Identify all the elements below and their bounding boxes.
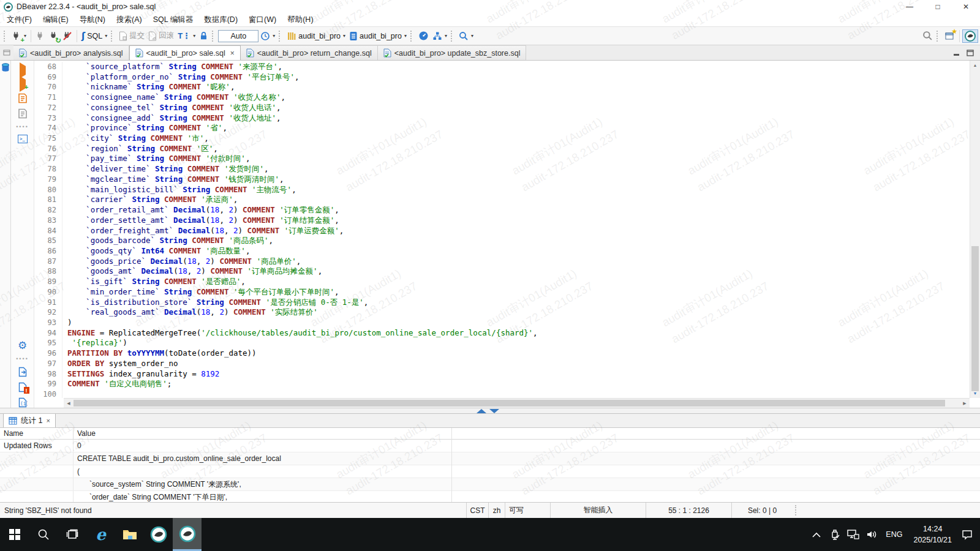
maximize-view-icon[interactable] xyxy=(967,50,974,56)
status-caret-position[interactable]: 55 : 1 : 2126 xyxy=(646,503,731,518)
code-line-76[interactable]: 76 `region` String COMMENT '区', xyxy=(34,144,970,154)
network-tray-icon[interactable] xyxy=(845,530,861,539)
code-line-85[interactable]: 85 `goods_barcode` String COMMENT '商品条码'… xyxy=(34,236,970,246)
code-line-83[interactable]: 83 `order_settle_amt` Decimal(18, 2) COM… xyxy=(34,216,970,226)
volume-tray-icon[interactable] xyxy=(864,530,880,539)
code-line-99[interactable]: 99COMMENT '自定义电商销售'; xyxy=(34,379,970,389)
dbeaver-taskbar-icon[interactable] xyxy=(144,518,173,551)
close-icon[interactable]: × xyxy=(46,417,50,424)
dbeaver-taskbar-icon-active[interactable] xyxy=(173,518,202,551)
menu-item-2[interactable]: 导航(N) xyxy=(74,13,111,26)
scroll-down-icon[interactable]: ▼ xyxy=(970,389,980,398)
code-line-81[interactable]: 81 `carrier` String COMMENT '承运商', xyxy=(34,195,970,205)
result-row-0[interactable]: Updated Rows0 xyxy=(0,440,980,452)
code-line-79[interactable]: 79 `mgclear_time` String COMMENT '钱货两清时间… xyxy=(34,174,970,185)
scroll-right-icon[interactable]: ▶ xyxy=(960,399,970,408)
notification-center-icon[interactable] xyxy=(959,530,975,540)
schema-selector[interactable]: audit_bi_pro ▾ xyxy=(347,29,409,43)
editor-tab-0[interactable]: <audit_bi_pro> analysis.sql xyxy=(13,45,129,60)
database-navigator-icon[interactable] xyxy=(1,63,10,72)
lock-button[interactable] xyxy=(197,29,210,43)
file-braces-button[interactable]: (i) xyxy=(18,397,28,408)
code-line-78[interactable]: 78 `deliver_time` String COMMENT '发货时间', xyxy=(34,164,970,174)
code-line-92[interactable]: 92 `real_goods_amt` Decimal(18, 2) COMME… xyxy=(34,307,970,318)
open-console-button[interactable]: >_ xyxy=(18,135,28,143)
result-row-3[interactable]: `source_system` String COMMENT '来源系统', xyxy=(0,478,980,491)
horizontal-scrollbar[interactable]: ◀ ▶ xyxy=(64,398,970,408)
result-row-2[interactable]: ( xyxy=(0,465,980,478)
code-line-96[interactable]: 96PARTITION BY toYYYYMM(toDate(order_dat… xyxy=(34,348,970,359)
menu-item-1[interactable]: 编辑(E) xyxy=(37,13,74,26)
execute-script-button[interactable] xyxy=(18,93,28,103)
tab-statistics[interactable]: 统计 1 × xyxy=(3,414,56,427)
code-line-77[interactable]: 77 `pay_time` String COMMENT '付款时间', xyxy=(34,154,970,164)
close-icon[interactable]: × xyxy=(230,49,235,58)
task-view-icon[interactable] xyxy=(58,518,86,551)
taskbar-search-icon[interactable] xyxy=(29,518,58,551)
commit-mode-combo[interactable]: Auto xyxy=(218,30,258,42)
transaction-log-button[interactable]: ▾ xyxy=(258,29,277,43)
minimize-view-icon[interactable] xyxy=(953,50,960,56)
script-stats-button[interactable] xyxy=(18,108,28,119)
disconnect-button[interactable] xyxy=(61,29,74,43)
menu-item-0[interactable]: 文件(F) xyxy=(1,13,37,26)
menu-item-7[interactable]: 帮助(H) xyxy=(282,13,318,26)
connection-selector[interactable]: audit_bi_pro ▾ xyxy=(285,29,347,43)
code-line-73[interactable]: 73 `consignee_add` String COMMENT '收货人地址… xyxy=(34,113,970,124)
code-area[interactable]: 68 `source_platform` String COMMENT '来源平… xyxy=(34,61,980,398)
dbeaver-perspective-button[interactable] xyxy=(962,29,978,43)
result-row-1[interactable]: CREATE TABLE audit_bi_pro.custom_online_… xyxy=(0,452,980,465)
dashboard-button[interactable] xyxy=(417,29,431,43)
code-line-71[interactable]: 71 `consignee_name` String COMMENT '收货人名… xyxy=(34,92,970,103)
restore-navigator-icon[interactable] xyxy=(0,45,13,60)
code-line-75[interactable]: 75 `city` String COMMENT '市', xyxy=(34,133,970,144)
code-line-89[interactable]: 89 `is_gift` String COMMENT '是否赠品', xyxy=(34,277,970,287)
code-line-95[interactable]: 95 '{replica}') xyxy=(34,338,970,348)
reconnect-button[interactable]: ↻ xyxy=(47,29,61,43)
code-line-84[interactable]: 84 `order_freight_amt` Decimal(18, 2) CO… xyxy=(34,226,970,236)
internet-explorer-icon[interactable]: e xyxy=(86,518,115,551)
transaction-mode-button[interactable]: T⋮ ▾ xyxy=(176,29,197,43)
execute-statement-button[interactable] xyxy=(20,66,26,75)
close-window-button[interactable]: ✕ xyxy=(952,0,980,13)
code-line-88[interactable]: 88 `goods_amt` Decimal(18, 2) COMMENT '订… xyxy=(34,266,970,277)
topology-button[interactable]: ▾ xyxy=(431,29,449,43)
editor-tab-1[interactable]: <audit_bi_pro> sale.sql× xyxy=(129,45,241,60)
editor-tab-2[interactable]: <audit_bi_pro> return_change.sql xyxy=(241,45,378,60)
code-line-91[interactable]: 91 `is_distribution_store` String COMMEN… xyxy=(34,298,970,308)
code-line-72[interactable]: 72 `consignee_tel` String COMMENT '收货人电话… xyxy=(34,103,970,113)
menu-item-5[interactable]: 数据库(D) xyxy=(198,13,243,26)
maximize-window-button[interactable]: □ xyxy=(924,0,952,13)
code-line-94[interactable]: 94ENGINE = ReplicatedMergeTree('/clickho… xyxy=(34,328,970,339)
code-line-68[interactable]: 68 `source_platform` String COMMENT '来源平… xyxy=(34,62,970,72)
connect-button[interactable] xyxy=(34,29,47,43)
code-line-90[interactable]: 90 `min_order_time` String COMMENT '每个平台… xyxy=(34,287,970,298)
menu-item-6[interactable]: 窗口(W) xyxy=(243,13,282,26)
sql-editor-button[interactable]: ʃ SQL ▾ xyxy=(80,29,109,43)
result-row-4[interactable]: `order_date` String COMMENT '下单日期', xyxy=(0,491,980,502)
code-line-74[interactable]: 74 `province` String COMMENT '省', xyxy=(34,123,970,133)
start-button[interactable] xyxy=(0,518,29,551)
code-line-70[interactable]: 70 `nickname` String COMMENT '昵称', xyxy=(34,82,970,92)
splitter-collapse-down-icon[interactable] xyxy=(489,409,499,413)
code-line-80[interactable]: 80 `main_logistic_bill` String COMMENT '… xyxy=(34,185,970,195)
scroll-up-icon[interactable]: ▲ xyxy=(970,61,980,70)
editor-tab-3[interactable]: <audit_bi_pro> update_sbz_store.sql xyxy=(378,45,527,60)
rollback-button[interactable]: 回滚 xyxy=(146,29,176,43)
code-line-100[interactable]: 100 xyxy=(34,389,970,398)
horizontal-scroll-thumb[interactable] xyxy=(74,400,945,407)
panel-splitter[interactable] xyxy=(0,408,980,414)
menu-item-4[interactable]: SQL 编辑器 xyxy=(148,13,199,26)
settings-gear-icon[interactable]: ⚙ xyxy=(18,340,27,351)
code-line-93[interactable]: 93) xyxy=(34,318,970,328)
splitter-collapse-up-icon[interactable] xyxy=(477,409,486,413)
menu-item-3[interactable]: 搜索(A) xyxy=(111,13,148,26)
table-header[interactable]: Name Value xyxy=(0,428,980,440)
search-button[interactable]: ▾ xyxy=(457,29,475,43)
quick-search-button[interactable] xyxy=(921,29,935,43)
code-line-86[interactable]: 86 `goods_qty` Int64 COMMENT '商品数量', xyxy=(34,246,970,257)
code-line-69[interactable]: 69 `platform_order_no` String COMMENT '平… xyxy=(34,72,970,83)
open-perspective-button[interactable]: ★ xyxy=(943,29,957,43)
export-file-button[interactable] xyxy=(18,367,28,377)
file-error-button[interactable]: ! xyxy=(18,382,28,392)
